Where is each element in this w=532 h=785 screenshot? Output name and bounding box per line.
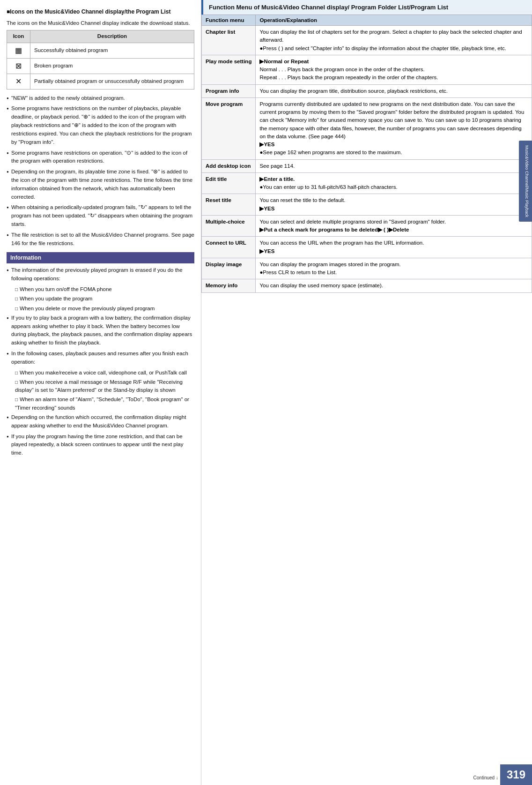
func-desc-cell: Programs currently distributed are updat…: [256, 97, 532, 159]
func-name-cell: Display image: [202, 258, 256, 279]
arrow-line: ▶YES: [259, 141, 528, 149]
func-name-cell: Multiple-choice: [202, 215, 256, 237]
more-bullet-item: If you try to play back a program with a…: [7, 314, 194, 347]
final-bullet-item: Depending on the function which occurred…: [7, 413, 194, 430]
sub-bullet-item: When you turn on/off the FOMA phone: [7, 285, 194, 293]
bullet-item: Some programs have restrictions on opera…: [7, 149, 194, 166]
arrow-line: ▶Put a check mark for programs to be del…: [259, 226, 528, 234]
info-bullet-item: The information of the previously played…: [7, 266, 194, 283]
desc-line: You can display the used memory space (e…: [259, 282, 528, 290]
func-desc-cell: You can display the program images store…: [256, 258, 532, 279]
arrow-line: ▶YES: [259, 247, 528, 255]
func-desc-cell: You can display the list of chapters set…: [256, 26, 532, 55]
panel-title: Function Menu of Music&Video Channel dis…: [209, 4, 526, 11]
icon-table-row: ▦ Successfully obtained program: [7, 43, 194, 58]
func-table-row: Reset title You can reset the title to t…: [202, 194, 532, 216]
final-bullet-item: If you play the program having the time …: [7, 433, 194, 457]
func-table-row: Connect to URL You can access the URL wh…: [202, 237, 532, 258]
func-table-row: Add desktop icon See page 114.: [202, 159, 532, 172]
page-number: 319: [500, 764, 532, 785]
func-name-cell: Reset title: [202, 194, 256, 216]
func-desc-cell: You can display the program title, distr…: [256, 84, 532, 97]
func-name-cell: Add desktop icon: [202, 159, 256, 172]
arrow-line: ▶Enter a title.: [259, 175, 528, 183]
left-panel: ■Icons on the Music&Video Channel displa…: [0, 0, 201, 785]
desc-line: You can reset the title to the default.: [259, 196, 528, 204]
icon-table-row: ⊠ Broken program: [7, 58, 194, 74]
func-name-cell: Chapter list: [202, 26, 256, 55]
func-table-row: Edit title ▶Enter a title.●You can enter…: [202, 172, 532, 194]
icon-cell: ⊠: [7, 58, 30, 74]
operation-header: Operation/Explanation: [256, 15, 532, 26]
desc-line: Normal . . . Plays back the program once…: [259, 66, 528, 74]
desc-line: You can display the program images store…: [259, 261, 528, 269]
bullet-item: Some programs have restrictions on the n…: [7, 105, 194, 146]
func-table-row: Program info You can display the program…: [202, 84, 532, 97]
func-name-cell: Edit title: [202, 172, 256, 194]
desc-line: See page 114.: [259, 162, 528, 170]
continued-label: Continued ↓: [473, 775, 498, 785]
section-title: ■Icons on the Music&Video Channel displa…: [7, 7, 194, 16]
bullet-line: ●Press ( ) and select "Chapter info" to …: [259, 45, 528, 52]
sub-bullet-item: When you update the program: [7, 295, 194, 303]
func-table-row: Play mode setting ▶Normal or RepeatNorma…: [202, 55, 532, 84]
right-header: Function Menu of Music&Video Channel dis…: [201, 0, 532, 15]
desc-line: Repeat . . . Plays back the program repe…: [259, 74, 528, 82]
icon-table-row: ✕ Partially obtained program or unsucces…: [7, 74, 194, 89]
sub-bullet2-item: When you make/receive a voice call, vide…: [7, 369, 194, 377]
sub-bullet-item: When you delete or move the previously p…: [7, 305, 194, 313]
sub-bullet2-item: When you receive a mail message or Messa…: [7, 378, 194, 395]
bullet-item: "NEW" is added to the newly obtained pro…: [7, 94, 194, 103]
icon-table: Icon Description ▦ Successfully obtained…: [7, 30, 194, 89]
sidebar-tab: Music&Video Channel/Music Playback: [519, 141, 532, 222]
bullet-line: ●Press CLR to return to the List.: [259, 269, 528, 277]
desc-line: You can select and delete multiple progr…: [259, 218, 528, 226]
func-name-cell: Move program: [202, 97, 256, 159]
desc-col-header: Description: [30, 30, 194, 43]
desc-line: You can display the program title, distr…: [259, 87, 528, 95]
desc-line: You can access the URL when the program …: [259, 239, 528, 247]
func-table-row: Multiple-choice You can select and delet…: [202, 215, 532, 237]
desc-cell: Broken program: [30, 58, 194, 74]
func-name-cell: Play mode setting: [202, 55, 256, 84]
func-desc-cell: You can access the URL when the program …: [256, 237, 532, 258]
desc-cell: Successfully obtained program: [30, 43, 194, 58]
func-table-row: Display image You can display the progra…: [202, 258, 532, 279]
icon-col-header: Icon: [7, 30, 30, 43]
func-table-row: Move program Programs currently distribu…: [202, 97, 532, 159]
page-number-area: Continued ↓ 319: [201, 764, 532, 785]
func-name-cell: Connect to URL: [202, 237, 256, 258]
func-table-row: Chapter list You can display the list of…: [202, 26, 532, 55]
func-name-cell: Memory info: [202, 279, 256, 292]
right-panel: Function Menu of Music&Video Channel dis…: [201, 0, 532, 785]
desc-line: You can display the list of chapters set…: [259, 28, 528, 45]
bullet-item: The file restriction is set to all the M…: [7, 231, 194, 248]
func-desc-cell: You can reset the title to the default.▶…: [256, 194, 532, 216]
func-desc-cell: You can display the used memory space (e…: [256, 279, 532, 292]
desc-cell: Partially obtained program or unsuccessf…: [30, 74, 194, 89]
intro-text: The icons on the Music&Video Channel dis…: [7, 19, 194, 28]
bullet-item: Depending on the program, its playable t…: [7, 168, 194, 201]
bullet-line: ●You can enter up to 31 full-pitch/63 ha…: [259, 183, 528, 191]
info-box: Information: [7, 252, 194, 263]
func-desc-cell: ▶Normal or RepeatNormal . . . Plays back…: [256, 55, 532, 84]
arrow-line: ▶YES: [259, 205, 528, 213]
func-menu-header: Function menu: [202, 15, 256, 26]
bullet-line: ●See page 162 when programs are stored t…: [259, 149, 528, 157]
function-table: Function menu Operation/Explanation Chap…: [201, 15, 532, 293]
func-desc-cell: See page 114.: [256, 159, 532, 172]
icon-cell: ▦: [7, 43, 30, 58]
func-desc-cell: You can select and delete multiple progr…: [256, 215, 532, 237]
sub-bullet2-item: When an alarm tone of "Alarm", "Schedule…: [7, 396, 194, 412]
arrow-line: ▶Normal or Repeat: [259, 58, 528, 66]
func-desc-cell: ▶Enter a title.●You can enter up to 31 f…: [256, 172, 532, 194]
bullet-item: When obtaining a periodically-updated pr…: [7, 203, 194, 228]
icon-cell: ✕: [7, 74, 30, 89]
desc-line: Programs currently distributed are updat…: [259, 100, 528, 141]
func-name-cell: Program info: [202, 84, 256, 97]
more-bullet-item: In the following cases, playback pauses …: [7, 350, 194, 366]
func-table-row: Memory info You can display the used mem…: [202, 279, 532, 292]
